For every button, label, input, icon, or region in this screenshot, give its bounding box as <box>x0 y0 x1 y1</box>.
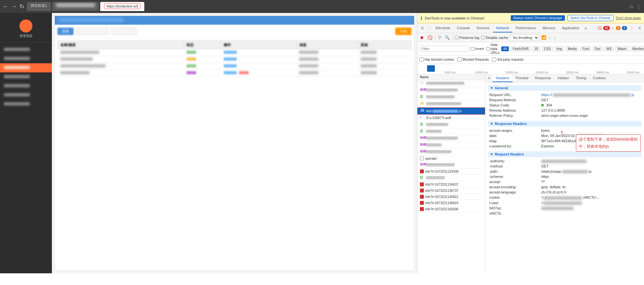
browser-tab-1[interactable]: 网页标签1 <box>27 2 51 11</box>
hide-data-checkbox[interactable] <box>486 47 490 51</box>
dismiss-button[interactable]: Don't show again <box>616 16 641 20</box>
list-item[interactable]: info?t=1673231140821 <box>417 194 485 200</box>
browser-bookmark-icon[interactable]: ☆ <box>629 4 634 10</box>
detail-tab-headers[interactable]: Headers <box>493 74 513 82</box>
sidebar-item-home[interactable] <box>0 45 52 54</box>
detail-tab-initiator[interactable]: Initiator <box>554 74 572 82</box>
list-item[interactable]: 🖼 <box>417 175 485 181</box>
list-item[interactable]: JS <box>417 101 485 107</box>
type-btn-wasm[interactable]: Wasm <box>615 46 628 51</box>
request-headers-title[interactable]: ▼ Request Headers <box>488 151 641 157</box>
browser-tab-2[interactable] <box>52 2 99 11</box>
list-item[interactable]: XHR <box>417 162 485 168</box>
preserve-log-checkbox[interactable] <box>455 36 458 39</box>
disable-cache-checkbox[interactable] <box>481 36 485 39</box>
tab-console[interactable]: Console <box>454 24 473 32</box>
list-item[interactable]: 🖼 <box>417 94 485 101</box>
list-item[interactable]: XHR <box>417 149 485 155</box>
has-blocked-label[interactable]: Has blocked cookies <box>419 57 454 62</box>
type-btn-img[interactable]: Img <box>555 46 564 51</box>
third-party-checkbox[interactable] <box>492 57 496 62</box>
export-har-button[interactable]: ↓ <box>553 35 556 40</box>
item-name <box>426 163 455 167</box>
clear-button[interactable]: 🚫 <box>427 34 433 41</box>
tab-memory[interactable]: Memory <box>539 24 559 32</box>
throttle-select[interactable]: No throttling Fast 3G Slow 3G Offline <box>510 34 539 41</box>
browser-back-btn[interactable]: ← <box>3 3 8 10</box>
list-item[interactable]: info?t=1673231148924 <box>417 200 485 206</box>
list-item[interactable]: operate/ <box>417 155 485 162</box>
type-btn-font[interactable]: Font <box>580 46 591 51</box>
list-item-selected[interactable]: JS app..js <box>417 107 485 115</box>
disable-cache-label[interactable]: Disable cache <box>481 36 508 40</box>
import-har-button[interactable]: ↑ <box>548 35 552 40</box>
browser-tab-address[interactable]: https://[redacted-url] <box>100 2 144 11</box>
tab-network[interactable]: Network <box>493 24 512 32</box>
sidebar-item-permissions[interactable] <box>0 72 52 81</box>
invert-checkbox[interactable] <box>471 47 474 51</box>
sidebar-item-data[interactable] <box>0 54 52 63</box>
preserve-log-label[interactable]: Preserve log <box>455 36 479 40</box>
detail-close-button[interactable]: ✕ <box>485 74 493 82</box>
type-btn-manifest[interactable]: Manifest <box>630 46 644 51</box>
list-item[interactable]: info?t=1673231165006 <box>417 206 485 212</box>
type-btn-doc[interactable]: Doc <box>593 46 602 51</box>
tab-performance[interactable]: Performance <box>512 24 539 32</box>
invert-label[interactable]: Invert <box>471 47 484 51</box>
browser-reload-btn[interactable]: ↻ <box>19 3 24 10</box>
devtools-more-icon[interactable]: ⋮ <box>628 26 635 31</box>
devtools-settings-icon[interactable]: ⚙ <box>419 25 426 32</box>
tab-application[interactable]: Application <box>559 24 583 32</box>
tab-sources[interactable]: Sources <box>473 24 493 32</box>
filter-button[interactable]: ▽ <box>437 34 442 41</box>
type-btn-ws[interactable]: WS <box>604 46 614 51</box>
type-btn-css[interactable]: CSS <box>542 46 553 51</box>
record-button[interactable]: ⏺ <box>419 34 425 41</box>
list-item[interactable]: info?t=1673231133439 <box>417 168 485 175</box>
list-item[interactable]: XHR <box>417 135 485 142</box>
table-row <box>58 70 411 77</box>
sidebar-item-logs[interactable] <box>0 91 52 100</box>
list-item[interactable]: XHR <box>417 142 485 149</box>
list-item[interactable]: 🖼 <box>417 121 485 128</box>
request-url-value[interactable]: https:// .js <box>541 93 640 97</box>
item-checkbox[interactable] <box>420 156 424 160</box>
list-item[interactable]: 🖼 <box>417 128 485 135</box>
sidebar-item-settings[interactable] <box>0 81 52 91</box>
detail-tab-timing[interactable]: Timing <box>572 74 590 82</box>
has-blocked-checkbox[interactable] <box>419 57 423 62</box>
hide-data-label[interactable]: Hide data URLs <box>486 43 500 55</box>
filter-input[interactable] <box>419 46 469 52</box>
sidebar-item-reports[interactable] <box>0 100 52 109</box>
devtools-inspect-icon[interactable]: ⬚ <box>426 25 432 32</box>
type-btn-fetch[interactable]: Fetch/XHR <box>511 46 531 51</box>
match-language-button[interactable]: Always match Chrome's language <box>511 15 565 21</box>
switch-devtools-button[interactable]: Switch DevTools to Chinese <box>567 15 614 21</box>
disable-cache-text: Disable cache <box>486 36 508 40</box>
browser-forward-btn[interactable]: → <box>11 3 17 10</box>
detail-tab-preview[interactable]: Preview <box>513 74 532 82</box>
list-item[interactable]: info?t=1673231136737 <box>417 188 485 194</box>
sidebar-item-users[interactable] <box>0 63 52 72</box>
type-btn-media[interactable]: Media <box>566 46 578 51</box>
response-headers-title[interactable]: ▼ Response Headers <box>488 121 641 127</box>
search-button[interactable]: 🔍 <box>444 34 450 41</box>
detail-tab-cookies[interactable]: Cookies <box>590 74 609 82</box>
list-item[interactable]: XHR <box>417 87 485 94</box>
detail-tab-response[interactable]: Response <box>532 74 555 82</box>
blocked-req-checkbox[interactable] <box>458 57 462 62</box>
list-item[interactable]: 📄 <box>417 80 485 87</box>
devtools-close-icon[interactable]: ✕ <box>637 26 643 31</box>
browser-menu-icon[interactable]: ⋮ <box>636 4 641 10</box>
third-party-label[interactable]: 3rd-party requests <box>492 57 523 62</box>
type-btn-all[interactable]: All <box>501 46 509 51</box>
address-bar[interactable]: https://[redacted-url] <box>104 3 140 9</box>
tab-elements[interactable]: Elements <box>432 24 454 32</box>
general-section-title[interactable]: ▼ General <box>488 85 641 91</box>
item-name: info?t=1673231148924 <box>425 201 459 205</box>
type-btn-js[interactable]: JS <box>532 46 540 51</box>
list-item[interactable]: F .s.535877f.woff <box>417 115 485 121</box>
blocked-req-label[interactable]: Blocked Requests <box>458 57 489 62</box>
tab-more[interactable]: » <box>582 24 589 32</box>
list-item[interactable]: info?t=1673231134637 <box>417 181 485 188</box>
